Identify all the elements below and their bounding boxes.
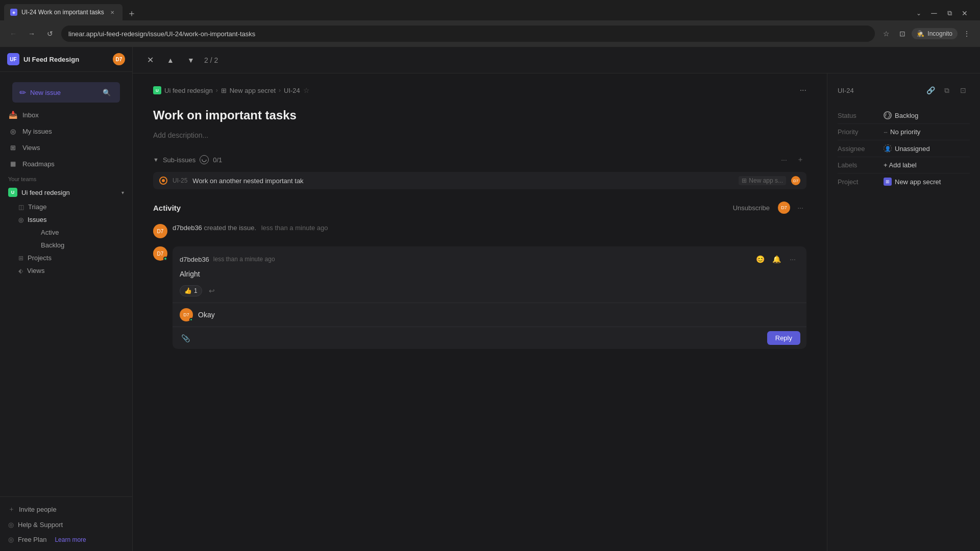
incognito-icon: 🕵 [917,30,924,37]
breadcrumb-team[interactable]: U Ui feed redesign [153,86,213,94]
issue-main: U Ui feed redesign › ⊞ New app secret › … [133,73,827,551]
plan-item: ◎ Free Plan Learn more [0,532,132,547]
next-issue-button[interactable]: ▼ [184,53,198,67]
unsubscribe-button[interactable]: Unsubscribe [729,202,774,214]
help-support-button[interactable]: ◎ Help & Support [0,517,132,532]
team-sub-nav: ◫ Triage ◎ Issues Active Backlog ⊞ [0,201,132,277]
sidebar-item-team-views[interactable]: ⬖ Views [14,264,132,277]
back-button[interactable]: ← [6,27,20,41]
sub-issues-add-button[interactable]: ＋ [794,154,806,166]
window-close-button[interactable]: ✕ [958,6,972,20]
breadcrumb-project[interactable]: ⊞ New app secret [221,87,276,94]
reply-attach-button[interactable]: 📎 [179,332,192,345]
views-icon: ⊞ [8,143,17,152]
activity-event-user: d7bdeb36 [173,224,202,232]
reply-button[interactable]: Reply [767,331,800,345]
labels-value[interactable]: + Add label [884,161,970,169]
issue-content: U Ui feed redesign › ⊞ New app secret › … [133,73,980,551]
roadmaps-label: Roadmaps [22,160,55,168]
sidebar-item-roadmaps[interactable]: ▦ Roadmaps [0,156,132,172]
open-in-new-button[interactable]: ⧉ [940,84,953,97]
online-indicator [163,257,167,261]
activity-event: D7 d7bdeb36 created the issue. less than… [153,224,806,238]
comment-emoji-button[interactable]: 😊 [753,253,767,266]
window-maximize-button[interactable]: ⧉ [942,6,957,20]
teams-section-label: Your teams [0,172,132,184]
address-bar[interactable]: linear.app/ui-feed-redesign/issue/UI-24/… [61,26,875,42]
toolbar-icons: ☆ ⊡ 🕵 Incognito ⋮ [879,27,974,41]
tab-close-button[interactable]: ✕ [108,8,116,16]
project-value[interactable]: ⊞ New app secret [884,178,970,186]
priority-text: No priority [890,128,920,136]
issues-sub-nav: Active Backlog [14,226,132,252]
window-minimize-button[interactable]: ─ [927,6,941,20]
sidebar-item-triage[interactable]: ◫ Triage [14,201,132,213]
forward-button[interactable]: → [24,27,39,41]
star-button[interactable]: ☆ [303,86,310,94]
comment-more-button[interactable]: ··· [786,253,799,266]
reload-button[interactable]: ↺ [43,27,57,41]
browser-menu-button[interactable]: ⋮ [960,27,974,41]
incognito-label: Incognito [927,30,952,37]
new-tab-button[interactable]: ＋ [125,6,139,20]
new-issue-button[interactable]: ✏ New issue 🔍 [12,82,120,103]
thumbsup-reaction[interactable]: 👍 1 [180,285,202,296]
sidebar-item-views[interactable]: ⊞ Views [0,139,132,156]
activity-event-action-text: created the issue. [204,224,256,232]
workspace-info[interactable]: UF UI Feed Redesign [7,53,79,65]
sidebar-item-issues[interactable]: ◎ Issues [14,213,132,226]
sidebar-toggle-button[interactable]: ⊡ [895,27,910,41]
comment-user: d7bdeb36 [180,256,209,263]
reply-thread: D7 Okay 📎 Reply [173,303,806,349]
activity-more-button[interactable]: ··· [794,202,806,214]
close-panel-button[interactable]: ✕ [143,53,157,67]
sub-issue-row[interactable]: UI-25 Work on another nested important t… [153,172,806,189]
active-tab[interactable]: ◈ UI-24 Work on important tasks ✕ [4,4,122,20]
sub-issue-project-icon: ⊞ [742,177,747,184]
priority-label: Priority [838,128,884,136]
comment-subscribe-button[interactable]: 🔔 [770,253,783,266]
sidebar-item-my-issues[interactable]: ◎ My issues [0,123,132,139]
issue-sidebar: UI-24 🔗 ⧉ ⊡ Status [827,73,980,551]
team-item-ui-feed[interactable]: U Ui feed redesign ▾ [0,184,132,201]
sidebar-item-active[interactable]: Active [37,226,132,239]
tab-favicon: ◈ [10,9,17,16]
project-field: Project ⊞ New app secret [838,173,970,190]
sidebar-item-backlog[interactable]: Backlog [37,239,132,252]
labels-label: Labels [838,161,884,169]
breadcrumb-issue[interactable]: UI-24 [284,87,300,94]
issues-label: Issues [28,216,47,223]
priority-value[interactable]: ··· No priority [884,128,970,136]
sidebar: UF UI Feed Redesign D7 ✏ New issue 🔍 📥 I… [0,47,133,551]
add-reaction-button[interactable]: ↩ [205,284,218,297]
assignee-value[interactable]: 👤 Unassigned [884,144,970,153]
triage-label: Triage [28,203,46,211]
learn-more-link[interactable]: Learn more [55,536,86,543]
bookmark-button[interactable]: ☆ [879,27,893,41]
issue-title[interactable]: Work on important tasks [153,107,806,123]
invite-people-button[interactable]: ＋ Invite people [0,501,132,517]
sub-issues-more-button[interactable]: ··· [778,154,790,166]
sidebar-item-inbox[interactable]: 📥 Inbox [0,107,132,123]
copy-link-button[interactable]: 🔗 [924,84,937,97]
more-options-button[interactable]: ⊡ [957,84,970,97]
reply-text: Okay [198,311,799,319]
inbox-label: Inbox [22,111,39,119]
project-label: Project [838,178,884,186]
incognito-button[interactable]: 🕵 Incognito [912,28,958,39]
sidebar-item-projects[interactable]: ⊞ Projects [14,252,132,264]
sub-issue-project-name: New app s... [749,177,783,184]
issue-sidebar-header: UI-24 🔗 ⧉ ⊡ [838,84,970,97]
user-avatar[interactable]: D7 [113,53,125,65]
my-issues-icon: ◎ [8,127,17,136]
issue-description[interactable]: Add description... [153,131,806,139]
search-icon[interactable]: 🔍 [101,86,113,98]
breadcrumb-more-button[interactable]: ··· [800,86,806,95]
status-value[interactable]: Backlog [884,111,970,119]
comment-time: less than a minute ago [213,256,275,263]
window-min-chevron[interactable]: ⌄ [912,6,926,20]
plan-icon: ◎ [8,536,14,543]
sub-issues-toggle[interactable]: ▼ [153,157,159,163]
prev-issue-button[interactable]: ▲ [163,53,178,67]
workspace-name: UI Feed Redesign [23,56,79,63]
